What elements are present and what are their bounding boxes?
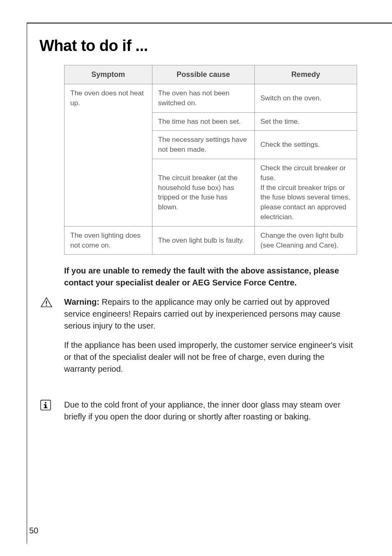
svg-point-1 xyxy=(46,305,47,306)
spacer xyxy=(64,382,357,399)
warning-paragraph: Warning: Repairs to the applicance may o… xyxy=(64,296,357,332)
content-area: Symptom Possible cause Remedy The oven d… xyxy=(27,65,365,423)
info-box-icon xyxy=(40,400,51,410)
troubleshooting-table: Symptom Possible cause Remedy The oven d… xyxy=(64,65,357,255)
cell-symptom: The oven lighting does not come on. xyxy=(65,226,152,255)
cell-cause: The necessary settings have not been mad… xyxy=(152,131,254,159)
svg-rect-6 xyxy=(44,408,47,408)
paragraph-block: If you are unable to remedy the fault wi… xyxy=(64,265,357,289)
svg-point-3 xyxy=(45,402,46,404)
table-header-row: Symptom Possible cause Remedy xyxy=(65,65,357,84)
paragraph-block: Warning: Repairs to the applicance may o… xyxy=(64,296,357,332)
page-number: 50 xyxy=(29,526,38,535)
top-border-line xyxy=(27,23,392,23)
cell-cause: The oven light bulb is faulty. xyxy=(152,226,254,255)
paragraph-block: If the appliance has been used improperl… xyxy=(64,339,357,375)
warning-body: Repairs to the applicance may only be ca… xyxy=(64,297,341,330)
improper-use-text: If the appliance has been used improperl… xyxy=(64,339,357,375)
cell-cause: The time has not been set. xyxy=(152,112,254,131)
header-remedy: Remedy xyxy=(254,65,357,84)
table-row: The oven lighting does not come on. The … xyxy=(65,226,357,255)
info-icon xyxy=(40,400,53,412)
warning-label: Warning: xyxy=(64,297,101,306)
page-heading: What to do if ... xyxy=(27,23,365,65)
cell-remedy: Check the circuit breaker or fuse. If th… xyxy=(254,159,357,226)
cell-remedy: Switch on the oven. xyxy=(254,84,357,113)
cell-remedy: Check the settings. xyxy=(254,131,357,159)
warning-triangle-icon xyxy=(40,297,53,308)
cell-remedy: Change the oven light bulb (see Cleaning… xyxy=(254,226,357,255)
header-cause: Possible cause xyxy=(152,65,254,84)
unable-remedy-text: If you are unable to remedy the fault wi… xyxy=(64,265,357,289)
cell-cause: The circuit breaker (at the household fu… xyxy=(152,159,254,226)
page-frame: What to do if ... Symptom Possible cause… xyxy=(27,23,365,544)
cell-remedy: Set the time. xyxy=(254,112,357,131)
header-symptom: Symptom xyxy=(65,65,152,84)
paragraph-block: Due to the cold front of your appliance,… xyxy=(64,399,357,423)
cell-symptom: The oven does not heat up. xyxy=(65,84,152,227)
svg-rect-5 xyxy=(44,405,45,405)
warning-icon xyxy=(40,297,53,309)
table-row: The oven does not heat up. The oven has … xyxy=(65,84,357,113)
cell-cause: The oven has not been switched on. xyxy=(152,84,254,113)
cold-front-text: Due to the cold front of your appliance,… xyxy=(64,399,357,423)
